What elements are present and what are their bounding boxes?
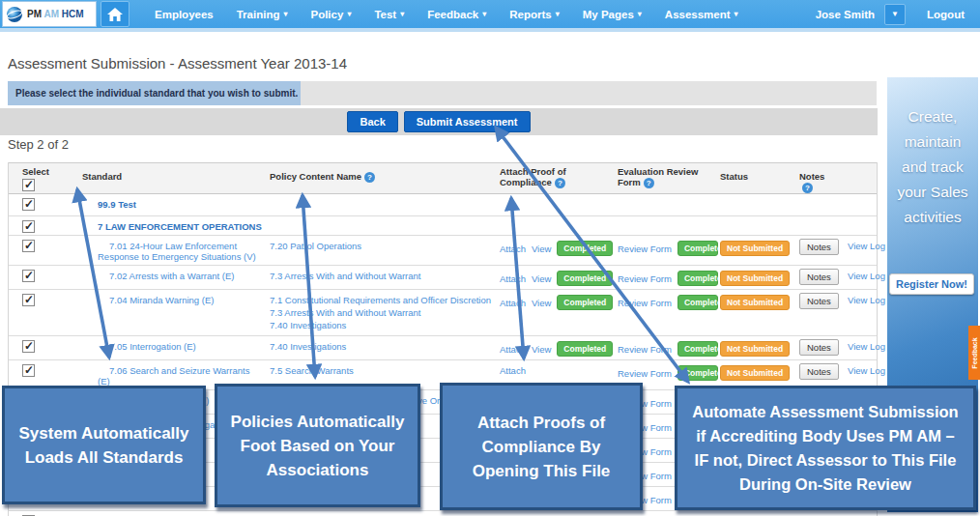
- status-badge: Not Submitted: [720, 365, 790, 381]
- instruction-highlight: Please select the individual standard th…: [8, 81, 301, 105]
- notes-button[interactable]: Notes: [799, 339, 839, 356]
- row-checkbox[interactable]: [22, 340, 35, 353]
- status-badge: Not Submitted: [720, 295, 790, 310]
- register-now-button[interactable]: Register Now!: [889, 273, 974, 295]
- callout-automate-submission: Automate Assessment Submission if Accred…: [675, 386, 976, 510]
- notes-button[interactable]: Notes: [799, 269, 839, 285]
- attach-completed-badge: Completed: [557, 341, 613, 357]
- status-cell: Not Submitted: [718, 236, 797, 259]
- standard-link[interactable]: 7.05 Interrogation (E): [98, 341, 260, 352]
- review-form-link[interactable]: Review Form: [618, 344, 672, 355]
- policy-link[interactable]: 7.1 Constitutional Requirements and Offi…: [270, 295, 492, 305]
- help-icon[interactable]: ?: [802, 183, 813, 193]
- policy-link[interactable]: 7.40 Investigations: [270, 341, 492, 352]
- review-cell: Review Form: [616, 511, 718, 516]
- row-checkbox[interactable]: [22, 270, 35, 282]
- user-menu-button[interactable]: ▼: [884, 4, 906, 25]
- table-row: 7.02 Arrests with a Warrant (E)7.3 Arres…: [9, 266, 877, 290]
- policy-cell: [262, 194, 494, 202]
- row-checkbox[interactable]: [22, 198, 35, 211]
- nav-item-training[interactable]: Training▾: [225, 0, 300, 28]
- help-icon[interactable]: ?: [555, 178, 565, 188]
- policy-cell: [262, 216, 494, 224]
- nav-item-reports[interactable]: Reports▾: [498, 0, 570, 28]
- view-link[interactable]: View: [532, 298, 551, 308]
- attach-link[interactable]: Attach: [500, 365, 526, 376]
- user-name[interactable]: Jose Smith: [816, 9, 884, 20]
- policy-cell: 7.20 Patrol Operations: [262, 236, 494, 256]
- row-select-cell: [9, 194, 59, 213]
- column-header-evaluation-review-form: Evaluation Review Form?: [616, 163, 718, 193]
- help-icon[interactable]: ?: [364, 172, 375, 183]
- policy-link[interactable]: 7.20 Patrol Operations: [270, 241, 492, 251]
- review-form-link[interactable]: Review Form: [618, 298, 672, 308]
- notes-cell: Notes: [797, 336, 838, 358]
- review-form-link[interactable]: Review Form: [618, 368, 672, 379]
- table-row: 7 LAW ENFORCEMENT OPERATIONS: [9, 216, 877, 236]
- feedback-tab[interactable]: Feedback: [968, 326, 980, 380]
- policy-link[interactable]: 7.40 Investigations: [270, 320, 492, 330]
- row-checkbox[interactable]: [22, 364, 35, 377]
- help-icon[interactable]: ?: [644, 178, 654, 188]
- ad-text-line: Create,: [887, 104, 978, 129]
- policy-link[interactable]: 7.3 Arrests With and Without Warrant: [270, 271, 492, 281]
- column-header-attach-proof: Attach Proof of Compliance?: [494, 163, 616, 193]
- standard-link[interactable]: 7.01 24-Hour Law Enforcement Response to…: [98, 241, 260, 262]
- attach-link[interactable]: Attach: [500, 298, 526, 308]
- view-log-link[interactable]: View Log: [848, 341, 885, 352]
- policy-link[interactable]: 7.5 Search Warrants: [270, 365, 492, 376]
- notes-button[interactable]: Notes: [799, 293, 839, 309]
- standard-link[interactable]: 7 LAW ENFORCEMENT OPERATIONS: [98, 221, 262, 232]
- review-form-link[interactable]: Review Form: [618, 273, 672, 284]
- chevron-down-icon: ▾: [556, 10, 560, 18]
- standard-cell: 7.01 24-Hour Law Enforcement Response to…: [59, 236, 262, 265]
- view-link[interactable]: View: [532, 344, 551, 355]
- review-cell: [616, 194, 718, 202]
- notes-button[interactable]: Notes: [799, 363, 839, 380]
- submit-assessment-button[interactable]: Submit Assessment: [404, 111, 531, 132]
- review-status-badge: Completed: [677, 341, 718, 357]
- nav-item-label: My Pages: [583, 9, 634, 20]
- row-checkbox[interactable]: [22, 220, 35, 233]
- view-link[interactable]: View: [532, 244, 551, 254]
- view-log-link[interactable]: View Log: [848, 365, 885, 376]
- review-status-badge: Completed: [677, 365, 718, 381]
- row-checkbox[interactable]: [22, 294, 35, 306]
- logo-text: PM AM HCM: [27, 9, 84, 19]
- attach-link[interactable]: Attach: [500, 273, 526, 284]
- attach-cell: [494, 216, 616, 224]
- nav-item-assessment[interactable]: Assessment▾: [653, 0, 750, 28]
- nav-item-my-pages[interactable]: My Pages▾: [571, 0, 653, 28]
- view-log-cell: [838, 194, 848, 202]
- row-checkbox[interactable]: [22, 240, 35, 252]
- instruction-text: Please select the individual standard th…: [15, 88, 298, 99]
- attach-link[interactable]: Attach: [500, 244, 526, 254]
- standard-link[interactable]: 7.04 Miranda Warning (E): [98, 295, 260, 305]
- nav-item-label: Training: [237, 9, 280, 20]
- review-cell: Review FormCompleted: [616, 290, 718, 313]
- notes-button[interactable]: Notes: [799, 239, 839, 255]
- nav-item-test[interactable]: Test▾: [362, 0, 416, 28]
- nav-item-policy[interactable]: Policy▾: [299, 0, 362, 28]
- nav-item-label: Assessment: [665, 9, 731, 20]
- status-cell: Not Submitted: [718, 266, 797, 289]
- policy-link[interactable]: 7.3 Arrests With and Without Warrant: [270, 307, 492, 318]
- review-cell: [616, 216, 718, 224]
- nav-item-employees[interactable]: Employees: [143, 0, 225, 28]
- standard-link[interactable]: 7.02 Arrests with a Warrant (E): [98, 271, 260, 281]
- review-form-link[interactable]: Review Form: [618, 244, 672, 254]
- home-button[interactable]: [101, 1, 130, 27]
- view-link[interactable]: View: [532, 273, 551, 284]
- standard-link[interactable]: 99.9 Test: [98, 199, 136, 210]
- attach-link[interactable]: Attach: [500, 344, 526, 355]
- view-log-link[interactable]: View Log: [848, 295, 885, 305]
- status-badge: Not Submitted: [720, 271, 790, 286]
- nav-item-feedback[interactable]: Feedback▾: [416, 0, 498, 28]
- logout-button[interactable]: Logout: [906, 9, 980, 20]
- callout-attach-proofs: Attach Proofs of Compliance By Opening T…: [440, 383, 643, 510]
- select-all-checkbox[interactable]: [22, 179, 35, 191]
- back-button[interactable]: Back: [347, 111, 397, 132]
- view-log-cell: View Log: [838, 290, 885, 308]
- view-log-link[interactable]: View Log: [848, 241, 885, 251]
- view-log-link[interactable]: View Log: [848, 271, 885, 281]
